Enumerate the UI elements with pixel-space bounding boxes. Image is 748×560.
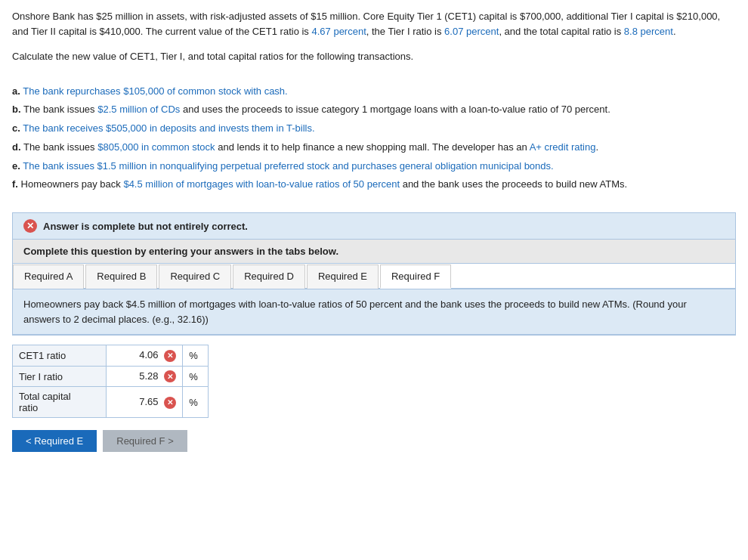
tab-required-b[interactable]: Required B	[85, 265, 157, 289]
tier1-highlight: 6.07 percent	[444, 26, 499, 37]
total-capital-label: Total capitalratio	[13, 387, 107, 418]
transaction-b: b. The bank issues $2.5 million of CDs a…	[12, 102, 736, 118]
next-button[interactable]: Required F >	[103, 430, 187, 452]
tab-content-description: Homeowners pay back $4.5 million of mort…	[13, 289, 735, 335]
transaction-c: c. The bank receives $505,000 in deposit…	[12, 121, 736, 137]
error-icon: ✕	[23, 219, 37, 233]
tier1-error-icon: ✕	[164, 370, 176, 382]
ratios-table: CET1 ratio 4.06 ✕ % Tier I ratio 5.28 ✕ …	[12, 345, 209, 418]
tab-required-e[interactable]: Required E	[307, 265, 379, 289]
complete-instruction: Complete this question by entering your …	[12, 240, 736, 264]
total-capital-value: 7.65	[139, 396, 158, 407]
transaction-d: d. The bank issues $805,000 in common st…	[12, 140, 736, 156]
prev-button[interactable]: < Required E	[12, 430, 97, 452]
transaction-list: a. The bank repurchases $105,000 of comm…	[12, 84, 736, 193]
tier1-unit: %	[183, 366, 209, 387]
tab-required-c[interactable]: Required C	[159, 265, 231, 289]
transaction-e: e. The bank issues $1.5 million in nonqu…	[12, 159, 736, 175]
intro-text-main: Onshore Bank has $25 million in assets, …	[12, 11, 720, 37]
table-row-tier1: Tier I ratio 5.28 ✕ %	[13, 366, 209, 387]
intro-paragraph2: Calculate the new value of CET1, Tier I,…	[12, 49, 736, 64]
total-capital-unit: %	[183, 387, 209, 418]
tabs-row: Required A Required B Required C Require…	[13, 264, 735, 289]
cet1-unit: %	[183, 345, 209, 367]
transaction-a: a. The bank repurchases $105,000 of comm…	[12, 84, 736, 100]
transaction-f: f. Homeowners pay back $4.5 million of m…	[12, 177, 736, 193]
tabs-container: Required A Required B Required C Require…	[12, 264, 736, 336]
answer-notice: ✕ Answer is complete but not entirely co…	[12, 212, 736, 240]
notice-message: Answer is complete but not entirely corr…	[43, 221, 248, 232]
table-row-cet1: CET1 ratio 4.06 ✕ %	[13, 345, 209, 367]
tier1-label: Tier I ratio	[13, 366, 107, 387]
data-table-section: CET1 ratio 4.06 ✕ % Tier I ratio 5.28 ✕ …	[12, 345, 736, 418]
tab-required-d[interactable]: Required D	[233, 265, 305, 289]
total-capital-highlight: 8.8 percent	[624, 26, 673, 37]
cet1-value: 4.06	[139, 349, 158, 360]
cet1-value-cell: 4.06 ✕	[106, 345, 182, 367]
tier1-value: 5.28	[139, 370, 158, 382]
cet1-label: CET1 ratio	[13, 345, 107, 367]
table-row-total-capital: Total capitalratio 7.65 ✕ %	[13, 387, 209, 418]
total-capital-value-cell: 7.65 ✕	[106, 387, 182, 418]
tab-required-a[interactable]: Required A	[13, 265, 84, 289]
intro-paragraph1: Onshore Bank has $25 million in assets, …	[12, 9, 736, 39]
cet1-error-icon: ✕	[164, 350, 176, 362]
navigation-buttons: < Required E Required F >	[12, 430, 736, 452]
tab-required-f[interactable]: Required F	[380, 265, 451, 289]
total-capital-error-icon: ✕	[164, 397, 176, 409]
tier1-value-cell: 5.28 ✕	[106, 366, 182, 387]
cet1-highlight: 4.67 percent	[311, 26, 366, 37]
